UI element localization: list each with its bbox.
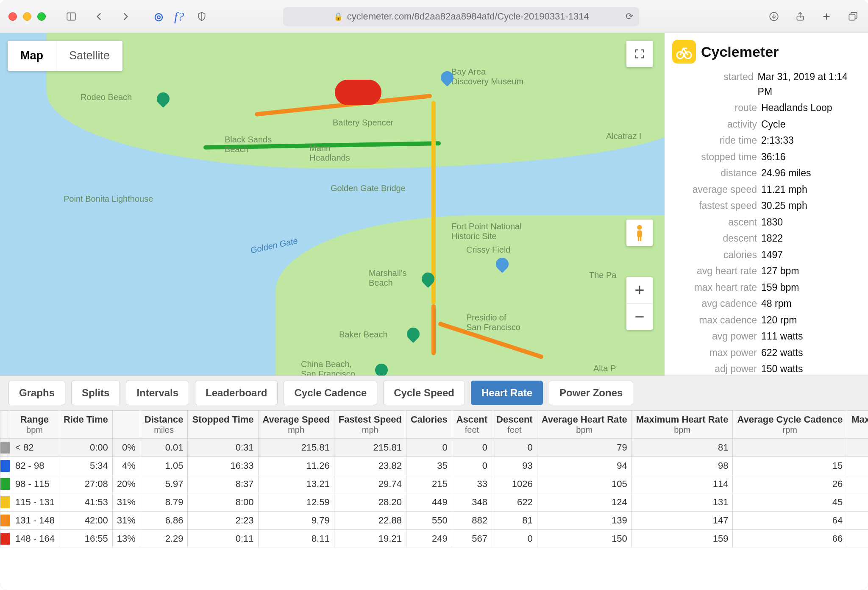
map-label: Golden Gate Bridge [331, 184, 406, 193]
stat-label: average speed [672, 182, 757, 197]
table-row[interactable]: 148 - 16416:5513%2.290:118.1119.21249567… [0, 530, 868, 548]
cell: 0 [452, 439, 492, 457]
cell: 31% [112, 512, 140, 530]
col-header[interactable]: Calories [406, 411, 452, 439]
col-header[interactable]: Distancemiles [140, 411, 188, 439]
cell: 150 [537, 530, 632, 548]
cell: 66 [733, 530, 847, 548]
map-type-toggle: Map Satellite [8, 41, 122, 71]
cell: 0 [406, 439, 452, 457]
col-header[interactable]: Stopped Time [188, 411, 258, 439]
app-title: Cyclemeter [701, 44, 779, 60]
stat-value: 150 watts [761, 362, 803, 376]
zoom-out-button[interactable]: − [626, 303, 653, 330]
tab-leaderboard[interactable]: Leaderboard [195, 381, 278, 405]
cell: 0:31 [188, 439, 258, 457]
col-header[interactable]: Average Cycle Cadencerpm [733, 411, 847, 439]
table-row[interactable]: < 820:000%0.010:31215.81215.810007981 [0, 439, 868, 457]
col-header[interactable]: Rangebpm [10, 411, 59, 439]
map-type-map[interactable]: Map [8, 41, 56, 71]
fullscreen-button[interactable] [626, 41, 653, 67]
cell: 148 - 164 [10, 530, 59, 548]
zone-swatch [0, 478, 10, 490]
cell: 16:55 [59, 530, 112, 548]
col-header[interactable]: Descentfeet [492, 411, 537, 439]
tab-heart-rate[interactable]: Heart Rate [471, 381, 543, 405]
window-close-button[interactable] [8, 12, 17, 21]
back-button[interactable] [92, 10, 106, 23]
cell: 42:00 [59, 512, 112, 530]
privacy-shield-icon[interactable] [195, 10, 209, 23]
cell: 82 - 98 [10, 457, 59, 475]
sidebar-toggle-icon[interactable] [64, 10, 78, 23]
zone-swatch [0, 533, 10, 545]
stat-value: 1497 [761, 248, 783, 262]
svg-rect-8 [637, 230, 642, 237]
stat-label: descent [672, 231, 757, 246]
cell: 31% [112, 493, 140, 512]
url-bar[interactable]: 🔒 cyclemeter.com/8d2aa82aa8984afd/Cycle-… [283, 7, 639, 26]
forward-button[interactable] [119, 10, 132, 23]
cell: 2:23 [188, 512, 258, 530]
extension-f-icon[interactable]: f? [174, 9, 184, 24]
zoom-in-button[interactable]: + [626, 277, 653, 303]
table-row[interactable]: 82 - 985:344%1.0516:3311.2623.8235093949… [0, 457, 868, 475]
extension-1password-icon[interactable]: ◎ [154, 11, 163, 22]
map-label: Rodeo Beach [81, 92, 132, 102]
col-header[interactable]: Ascentfeet [452, 411, 492, 439]
col-header[interactable]: Maximum Cycle Cadencerpm [847, 411, 868, 439]
street-view-pegman[interactable] [626, 220, 653, 246]
table-scroll[interactable]: RangebpmRide TimeDistancemilesStopped Ti… [0, 410, 868, 590]
map-label: Bay Area Discovery Museum [451, 67, 523, 86]
cell: 94 [537, 457, 632, 475]
stat-label: stopped time [672, 150, 757, 164]
stat-value: 622 watts [761, 345, 803, 360]
cell: 98 [632, 457, 733, 475]
reload-icon[interactable]: ⟳ [626, 11, 633, 22]
col-header[interactable] [112, 411, 140, 439]
cell: 27:08 [59, 475, 112, 493]
cell: 0:00 [59, 439, 112, 457]
window-zoom-button[interactable] [37, 12, 46, 21]
col-header[interactable]: Average Heart Ratebpm [537, 411, 632, 439]
stat-value: 111 watts [761, 329, 803, 344]
col-header[interactable]: Fastest Speedmph [334, 411, 406, 439]
cell: 131 - 148 [10, 512, 59, 530]
window-minimize-button[interactable] [23, 12, 31, 21]
stat-label: ride time [672, 133, 757, 148]
col-header[interactable]: Ride Time [59, 411, 112, 439]
cell: 98 - 115 [10, 475, 59, 493]
cell: 249 [406, 530, 452, 548]
heart-rate-table: RangebpmRide TimeDistancemilesStopped Ti… [0, 410, 868, 548]
cell: 15 [733, 457, 847, 475]
cell: 79 [537, 439, 632, 457]
cell: 115 - 131 [10, 493, 59, 512]
tabs-overview-icon[interactable] [846, 10, 860, 23]
svg-rect-6 [849, 14, 855, 20]
tab-cycle-speed[interactable]: Cycle Speed [383, 381, 465, 405]
cell: 215.81 [334, 439, 406, 457]
share-icon[interactable] [793, 10, 807, 23]
col-header[interactable]: Maximum Heart Ratebpm [632, 411, 733, 439]
cell: 28.20 [334, 493, 406, 512]
zone-swatch [0, 496, 10, 508]
stat-label: route [672, 100, 757, 115]
stat-value: Cycle [761, 117, 786, 132]
tab-graphs[interactable]: Graphs [8, 381, 65, 405]
cell: 449 [406, 493, 452, 512]
table-row[interactable]: 115 - 13141:5331%8.798:0012.5928.2044934… [0, 493, 868, 512]
table-row[interactable]: 131 - 14842:0031%6.862:239.7922.88550882… [0, 512, 868, 530]
lock-icon: 🔒 [334, 12, 343, 21]
cell: 12.59 [258, 493, 334, 512]
map-type-satellite[interactable]: Satellite [56, 41, 122, 71]
downloads-icon[interactable] [767, 10, 781, 23]
tab-splits[interactable]: Splits [71, 381, 120, 405]
col-header[interactable]: Average Speedmph [258, 411, 334, 439]
table-row[interactable]: 98 - 11527:0820%5.978:3713.2129.74215331… [0, 475, 868, 493]
new-tab-icon[interactable] [820, 10, 833, 23]
map-label: Alcatraz I [606, 131, 641, 141]
svg-rect-10 [640, 237, 642, 241]
tab-intervals[interactable]: Intervals [126, 381, 189, 405]
tab-cycle-cadence[interactable]: Cycle Cadence [284, 381, 377, 405]
tab-power-zones[interactable]: Power Zones [549, 381, 633, 405]
